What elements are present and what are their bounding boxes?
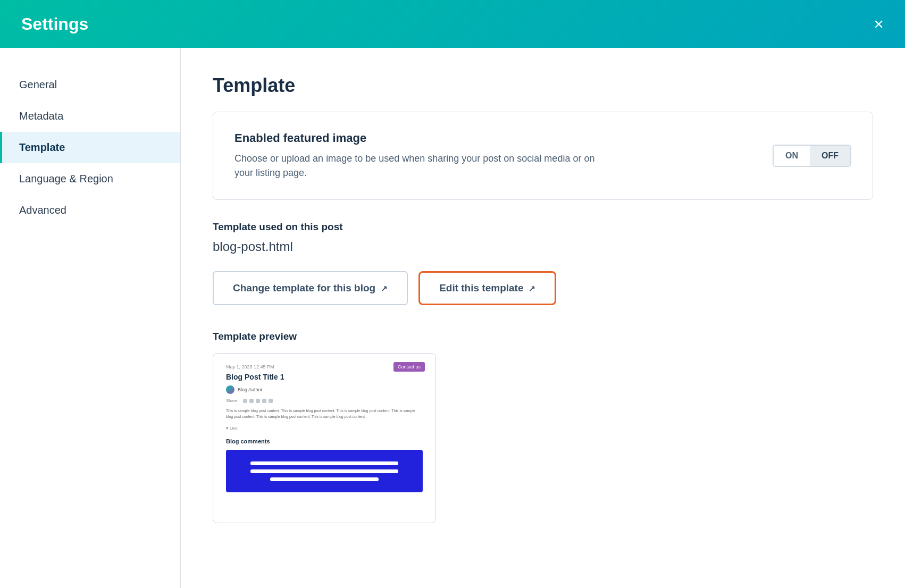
featured-image-toggle[interactable]: ON OFF — [773, 145, 851, 167]
preview-author-row: Blog Author — [226, 385, 423, 394]
close-button[interactable]: × — [874, 15, 884, 32]
preview-line-3 — [270, 477, 379, 481]
sidebar-item-general[interactable]: General — [0, 69, 180, 100]
preview-author-icon — [226, 385, 234, 394]
featured-image-card: Enabled featured image Choose or upload … — [213, 112, 873, 200]
edit-template-label: Edit this template — [439, 282, 523, 294]
preview-share-row: Share: — [226, 398, 423, 403]
template-filename: blog-post.html — [213, 239, 873, 254]
sidebar-item-template[interactable]: Template — [0, 132, 180, 163]
template-used-label: Template used on this post — [213, 221, 873, 233]
preview-post-title: Blog Post Title 1 — [226, 373, 423, 381]
toggle-on-label: ON — [774, 146, 810, 166]
change-template-label: Change template for this blog — [233, 282, 375, 294]
template-preview-section: Template preview Contact us May 1, 2023 … — [213, 331, 873, 523]
action-buttons-row: Change template for this blog Edit this … — [213, 271, 873, 305]
preview-contact-button: Contact us — [393, 362, 425, 372]
template-preview-label: Template preview — [213, 331, 873, 342]
preview-author-name: Blog Author — [238, 387, 263, 392]
sidebar-item-advanced[interactable]: Advanced — [0, 195, 180, 226]
share-icon-5 — [269, 399, 273, 403]
share-icon-2 — [249, 399, 254, 403]
change-template-button[interactable]: Change template for this blog — [213, 271, 408, 305]
share-icon-3 — [256, 399, 260, 403]
preview-like: ♥ Like — [226, 426, 423, 431]
preview-comments-label: Blog comments — [226, 438, 423, 444]
preview-line-2 — [250, 469, 398, 473]
edit-template-button[interactable]: Edit this template — [418, 271, 556, 305]
preview-comment-box — [226, 450, 423, 492]
page-title: Template — [213, 74, 873, 97]
modal-header: Settings × — [0, 0, 905, 48]
settings-modal: Settings × General Metadata Template Lan… — [0, 0, 905, 588]
modal-title: Settings — [21, 14, 88, 34]
preview-body-text: This is sample blog post content. This i… — [226, 408, 423, 419]
preview-share-icons — [243, 399, 273, 403]
sidebar: General Metadata Template Language & Reg… — [0, 48, 181, 588]
main-content: Template Enabled featured image Choose o… — [181, 48, 905, 588]
preview-line-1 — [250, 461, 398, 465]
toggle-off-label: OFF — [810, 146, 850, 166]
featured-image-description: Choose or upload an image to be used whe… — [234, 152, 607, 180]
external-link-icon-edit — [529, 282, 535, 294]
sidebar-item-language-region[interactable]: Language & Region — [0, 163, 180, 195]
template-preview-frame: Contact us May 1, 2023 12:45 PM Blog Pos… — [213, 353, 436, 523]
featured-image-text: Enabled featured image Choose or upload … — [234, 131, 607, 180]
sidebar-item-metadata[interactable]: Metadata — [0, 100, 180, 132]
preview-share-label: Share: — [226, 398, 239, 403]
external-link-icon-change — [381, 282, 388, 294]
template-used-section: Template used on this post blog-post.htm… — [213, 221, 873, 254]
featured-image-title: Enabled featured image — [234, 131, 607, 145]
modal-body: General Metadata Template Language & Reg… — [0, 48, 905, 588]
toggle-container: ON OFF — [773, 145, 851, 167]
share-icon-1 — [243, 399, 247, 403]
share-icon-4 — [262, 399, 266, 403]
